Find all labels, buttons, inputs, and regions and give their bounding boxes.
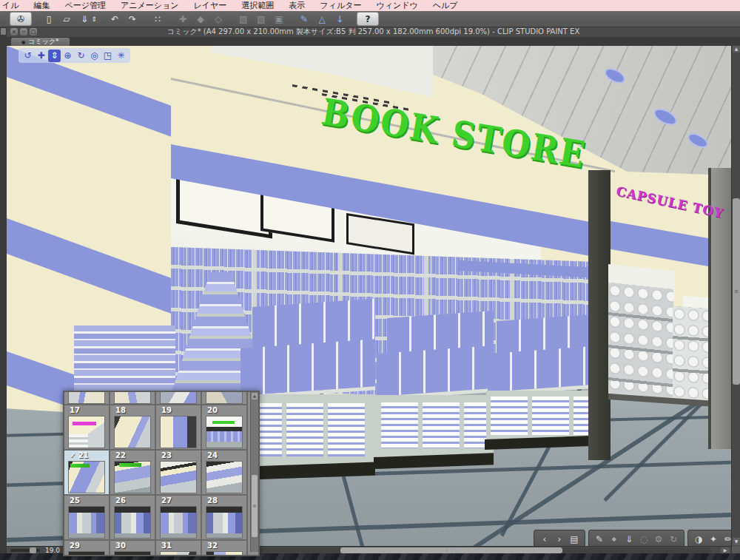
camera-angle-cell-18[interactable]: 18 [110, 405, 156, 451]
v-scrollbar[interactable]: ▾ ▲ ≡ ▼ [731, 37, 740, 553]
camera-angle-thumbnail [114, 506, 151, 539]
v-scroll-up-arrow-icon[interactable]: ▲ [733, 45, 740, 53]
menu-item-表示[interactable]: 表示 [281, 0, 312, 11]
camera-angle-cell-19[interactable]: 19 [156, 405, 202, 451]
zoom-slider[interactable] [10, 549, 40, 552]
camera-angle-cell-24[interactable]: 24 [202, 451, 248, 496]
camera-angle-cell-23[interactable]: 23 [156, 451, 202, 496]
v-scroll-down-arrow-icon[interactable]: ▼ [733, 538, 740, 545]
undo-button[interactable]: ↶ [107, 13, 123, 25]
object-rotate-3d-icon[interactable]: ◎ [88, 50, 101, 62]
camera-angle-number: ✓ 21 [64, 451, 109, 461]
menu-item-編集[interactable]: 編集 [27, 0, 58, 11]
camera-zoom-icon[interactable]: ⇕ [48, 50, 61, 62]
clip-studio-start-button[interactable]: ✇ [10, 12, 32, 26]
camera-angle-thumbnail [206, 461, 243, 493]
camera-angle-cell-partial[interactable] [110, 392, 156, 405]
camera-pan-icon[interactable]: ✚ [35, 50, 47, 62]
camera-angle-thumbnail [68, 551, 105, 556]
camera-angle-cell-28[interactable]: 28 [202, 496, 248, 541]
palette-row: 29303132 [64, 541, 248, 556]
camera-angle-cell-29[interactable]: 29 [64, 541, 110, 556]
menu-item-レイヤー[interactable]: レイヤー [186, 0, 235, 11]
fill-tool-button[interactable]: ◆ [192, 13, 209, 25]
collapsed-palette-tab[interactable] [1, 28, 6, 35]
camera-angle-cell-partial[interactable] [202, 392, 248, 405]
shading-icon[interactable]: ◑ [692, 533, 705, 546]
object-scale-icon[interactable]: ◳ [101, 50, 114, 62]
camera-angle-thumbnail [206, 551, 243, 556]
camera-angle-cell-27[interactable]: 27 [156, 496, 202, 541]
next-camera-angle-icon[interactable]: › [553, 533, 566, 546]
snap-special-icon: ↓ [336, 14, 343, 24]
new-file-button[interactable]: ▯ [41, 13, 57, 25]
reset-rotation-icon[interactable]: ↻ [667, 533, 680, 546]
snap-special-button[interactable]: ↓ [332, 13, 348, 25]
camera-angle-thumbnail [68, 506, 105, 539]
h-scrollbar-thumb[interactable]: ⋮⋮⋮ [340, 547, 562, 553]
prev-camera-angle-icon[interactable]: ‹ [538, 533, 551, 546]
register-camera-angle-icon[interactable]: ✎ [593, 533, 606, 546]
menu-item-選択範囲[interactable]: 選択範囲 [234, 0, 281, 11]
palette-scrollbar[interactable]: ▲ ≡ [250, 392, 258, 552]
menu-item-ウィンドウ[interactable]: ウィンドウ [369, 0, 425, 11]
camera-angle-number: 18 [110, 405, 155, 416]
camera-angle-cell-partial[interactable] [156, 392, 202, 405]
camera-angle-number: 30 [110, 541, 155, 551]
camera-angle-cell-22[interactable]: 22 [110, 451, 156, 496]
camera-angle-cell-17[interactable]: 17 [64, 405, 110, 451]
camera-orbit-icon[interactable]: ↺ [21, 50, 34, 62]
v-scrollbar-thumb[interactable]: ≡ [733, 198, 740, 385]
3d-object-launcher: ‹›▤✎⌖⇓◌⚙↻◑✦✏ [534, 530, 731, 546]
palette-scroll-up-arrow-icon[interactable]: ▲ [252, 393, 258, 399]
document-tab[interactable]: ● コミック* [11, 38, 70, 46]
edit-pen-icon[interactable]: ✏ [722, 533, 731, 546]
help-button[interactable]: ? [357, 12, 379, 26]
menu-item-イル[interactable]: イル [0, 0, 27, 11]
menu-item-フィルター[interactable]: フィルター [312, 0, 369, 11]
camera-angle-cell-30[interactable]: 30 [110, 541, 156, 556]
camera-angle-cell-partial[interactable] [64, 392, 110, 405]
save-stepper-button[interactable]: ⇕ [90, 13, 98, 25]
camera-angle-list-icon[interactable]: ▤ [568, 533, 581, 546]
camera-angle-cell-32[interactable]: 32 [202, 541, 248, 556]
camera-angle-cell-20[interactable]: 20 [202, 405, 248, 451]
menu-item-アニメーション[interactable]: アニメーション [113, 0, 186, 11]
focus-camera-icon[interactable]: ⌖ [608, 533, 621, 546]
light-source-icon[interactable]: ✦ [707, 533, 720, 546]
zoom-slider-thumb[interactable] [30, 547, 36, 553]
menu-item-ヘルプ[interactable]: ヘルプ [426, 0, 465, 11]
selection-mask-2-button[interactable]: ▧ [253, 13, 269, 25]
selection-mask-1-button[interactable]: ▨ [235, 13, 252, 25]
camera-angle-cell-25[interactable]: 25 [64, 496, 110, 541]
object-move-icon[interactable]: ⊕ [61, 50, 74, 62]
selection-mask-3-button[interactable]: ▣ [271, 13, 287, 25]
camera-angle-cell-21[interactable]: ✓ 21 [64, 451, 110, 496]
move-tool-button[interactable]: ✚ [175, 13, 191, 25]
h-scroll-right-arrow-icon[interactable]: ▶ [721, 547, 730, 553]
snap-perspective-button[interactable]: △ [314, 13, 330, 25]
palette-scrollbar-thumb[interactable]: ≡ [252, 475, 258, 537]
undo-icon: ↶ [111, 14, 118, 24]
camera-angle-thumbnail [206, 392, 243, 404]
orbit-mode-icon[interactable]: ◌ [637, 533, 650, 546]
scatter-tool-button[interactable]: ∷ [149, 13, 166, 25]
object-rotate-icon[interactable]: ↻ [75, 50, 87, 62]
camera-angle-thumbnail [68, 461, 105, 493]
object-reset-icon[interactable]: ✳ [115, 50, 127, 62]
snap-ruler-button[interactable]: ✎ [296, 13, 312, 25]
wall-stripe [7, 218, 171, 314]
help-icon: ? [366, 14, 371, 24]
camera-angle-palette[interactable]: 17181920✓ 212223242526272829303132 ▲ ≡ [63, 391, 260, 556]
redo-button[interactable]: ↷ [124, 13, 141, 25]
drop-to-floor-icon[interactable]: ⇓ [622, 533, 636, 546]
document-tab-bar: ● コミック* [7, 37, 740, 46]
open-file-button[interactable]: ▱ [58, 13, 75, 25]
menu-item-ページ管理[interactable]: ページ管理 [58, 0, 114, 11]
camera-angle-cell-31[interactable]: 31 [156, 541, 202, 556]
transform-tool-button[interactable]: ◇ [210, 13, 226, 25]
open-file-icon: ▱ [63, 14, 70, 24]
camera-angle-number: 31 [156, 541, 201, 551]
object-config-icon[interactable]: ⚙ [652, 533, 665, 546]
camera-angle-cell-26[interactable]: 26 [110, 496, 156, 541]
